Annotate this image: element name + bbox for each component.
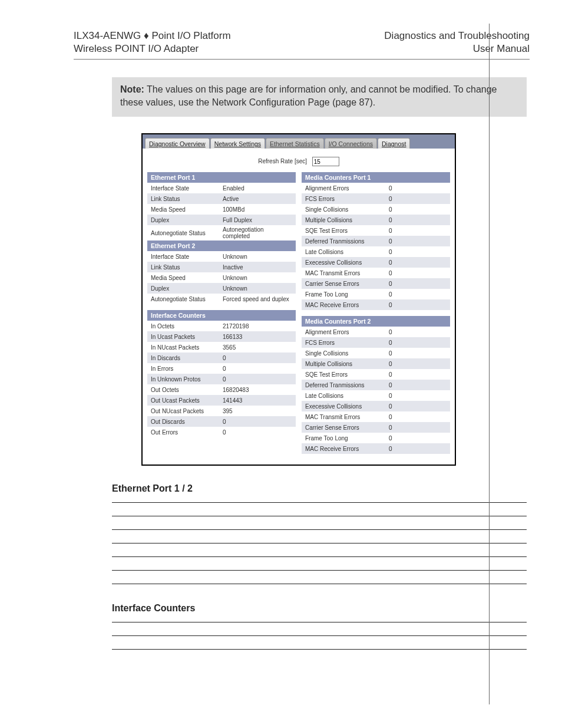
header-right-2: User Manual bbox=[384, 42, 530, 55]
row-val: 0 bbox=[223, 365, 292, 372]
tab-ethernet-statistics[interactable]: Ethernet Statistics bbox=[266, 138, 324, 149]
row-val: 0 bbox=[389, 249, 418, 255]
tab-bar: Diagnostic Overview Network Settings Eth… bbox=[143, 134, 455, 149]
group-interface-counters: Interface Counters bbox=[147, 310, 296, 321]
group-media-counters-2: Media Counters Port 2 bbox=[302, 316, 450, 327]
row-key: Alignment Errors bbox=[305, 185, 389, 192]
group-ethernet-port-2: Ethernet Port 2 bbox=[147, 241, 296, 251]
right-section-border bbox=[489, 24, 490, 704]
row-val: 0 bbox=[389, 424, 418, 431]
row-key: Media Speed bbox=[151, 206, 223, 213]
row-key: SQE Test Errors bbox=[305, 371, 389, 378]
row-val: 0 bbox=[389, 393, 418, 399]
row-val: Inactive bbox=[223, 264, 292, 271]
row-key: SQE Test Errors bbox=[305, 228, 389, 234]
header-product: ILX34-AENWG bbox=[74, 30, 144, 41]
left-column: Ethernet Port 1 Interface StateEnabled L… bbox=[147, 172, 296, 454]
row-val: 0 bbox=[389, 238, 418, 245]
tab-diagnostics-partial[interactable]: Diagnost bbox=[378, 138, 410, 149]
row-val: 0 bbox=[389, 281, 418, 287]
tab-io-connections[interactable]: I/O Connections bbox=[325, 138, 377, 149]
tab-diagnostic-overview[interactable]: Diagnostic Overview bbox=[145, 138, 210, 149]
group-ethernet-port-1: Ethernet Port 1 bbox=[147, 172, 296, 183]
header-right-1: Diagnostics and Troubleshooting bbox=[384, 29, 530, 42]
row-val: 100MBd bbox=[223, 206, 292, 213]
row-val: 21720198 bbox=[223, 323, 292, 330]
row-val: Unknown bbox=[223, 275, 292, 281]
row-key: FCS Errors bbox=[305, 340, 389, 346]
note-label: Note: bbox=[120, 84, 144, 94]
row-val: 0 bbox=[223, 376, 292, 383]
row-val: 0 bbox=[389, 196, 418, 202]
row-val: 0 bbox=[389, 302, 418, 308]
row-key: Late Collisions bbox=[305, 249, 389, 255]
row-val: Autonegotiation completed bbox=[223, 226, 292, 239]
row-key: Link Status bbox=[151, 196, 223, 202]
refresh-rate-input[interactable] bbox=[312, 157, 339, 166]
refresh-label: Refresh Rate [sec] bbox=[258, 158, 307, 164]
row-key: MAC Receive Errors bbox=[305, 302, 389, 308]
row-key: Frame Too Long bbox=[305, 291, 389, 298]
note-text: The values on this page are for informat… bbox=[120, 84, 497, 107]
row-key: Link Status bbox=[151, 264, 223, 271]
row-key: Execessive Collisions bbox=[305, 259, 389, 266]
row-key: Out Discards bbox=[151, 419, 223, 425]
row-key: Out NUcast Packets bbox=[151, 408, 223, 414]
header-platform: Point I/O Platform bbox=[149, 30, 231, 41]
blank-table-interface-counters bbox=[112, 622, 527, 650]
header-left-2: Wireless POINT I/O Adapter bbox=[74, 42, 231, 55]
row-key: In Unknown Protos bbox=[151, 376, 223, 383]
row-key: Single Collisions bbox=[305, 350, 389, 357]
note-box: Note: The values on this page are for in… bbox=[112, 77, 527, 117]
row-val: Active bbox=[223, 196, 292, 202]
ethernet-statistics-screenshot: Diagnostic Overview Network Settings Eth… bbox=[141, 133, 456, 466]
row-val: 0 bbox=[223, 355, 292, 361]
row-val: 0 bbox=[389, 361, 418, 367]
row-val: 0 bbox=[223, 429, 292, 436]
row-key: Multiple Collisions bbox=[305, 361, 389, 367]
tab-network-settings[interactable]: Network Settings bbox=[210, 138, 265, 149]
row-val: 0 bbox=[389, 228, 418, 234]
row-val: 0 bbox=[389, 435, 418, 442]
blank-table-ethernet-port bbox=[112, 502, 527, 584]
row-key: Autonegotiate Status bbox=[151, 296, 223, 302]
row-val: 141443 bbox=[223, 397, 292, 404]
row-key: Out Ucast Packets bbox=[151, 397, 223, 404]
row-val: Forced speed and duplex bbox=[223, 296, 292, 302]
row-val: 0 bbox=[389, 217, 418, 223]
section-heading-ethernet-port: Ethernet Port 1 / 2 bbox=[112, 483, 527, 494]
row-val: 3565 bbox=[223, 344, 292, 351]
row-val: 0 bbox=[389, 382, 418, 388]
group-media-counters-1: Media Counters Port 1 bbox=[302, 172, 450, 183]
row-val: 0 bbox=[389, 185, 418, 192]
row-key: Deferred Tranmissions bbox=[305, 238, 389, 245]
row-key: In NUcast Packets bbox=[151, 344, 223, 351]
row-key: Duplex bbox=[151, 217, 223, 223]
row-val: Enabled bbox=[223, 185, 292, 192]
row-key: Frame Too Long bbox=[305, 435, 389, 442]
row-val: 16820483 bbox=[223, 387, 292, 393]
row-key: Carrier Sense Errors bbox=[305, 281, 389, 287]
row-val: 0 bbox=[223, 419, 292, 425]
row-val: 0 bbox=[389, 259, 418, 266]
row-val: 395 bbox=[223, 408, 292, 414]
row-key: Late Collisions bbox=[305, 393, 389, 399]
row-val: 0 bbox=[389, 206, 418, 213]
refresh-row: Refresh Rate [sec] bbox=[143, 149, 455, 172]
row-key: MAC Transmit Errors bbox=[305, 414, 389, 420]
row-key: In Octets bbox=[151, 323, 223, 330]
row-val: 0 bbox=[389, 414, 418, 420]
row-val: 0 bbox=[389, 340, 418, 346]
row-val: 0 bbox=[389, 270, 418, 276]
row-key: Interface State bbox=[151, 253, 223, 260]
row-key: Media Speed bbox=[151, 275, 223, 281]
row-val: 0 bbox=[389, 371, 418, 378]
row-key: Autonegotiate Status bbox=[151, 230, 223, 236]
row-key: MAC Transmit Errors bbox=[305, 270, 389, 276]
row-key: In Errors bbox=[151, 365, 223, 372]
row-key: Execessive Collisions bbox=[305, 403, 389, 410]
row-key: Alignment Errors bbox=[305, 329, 389, 335]
row-key: In Discards bbox=[151, 355, 223, 361]
row-val: 0 bbox=[389, 403, 418, 410]
row-val: 0 bbox=[389, 446, 418, 452]
